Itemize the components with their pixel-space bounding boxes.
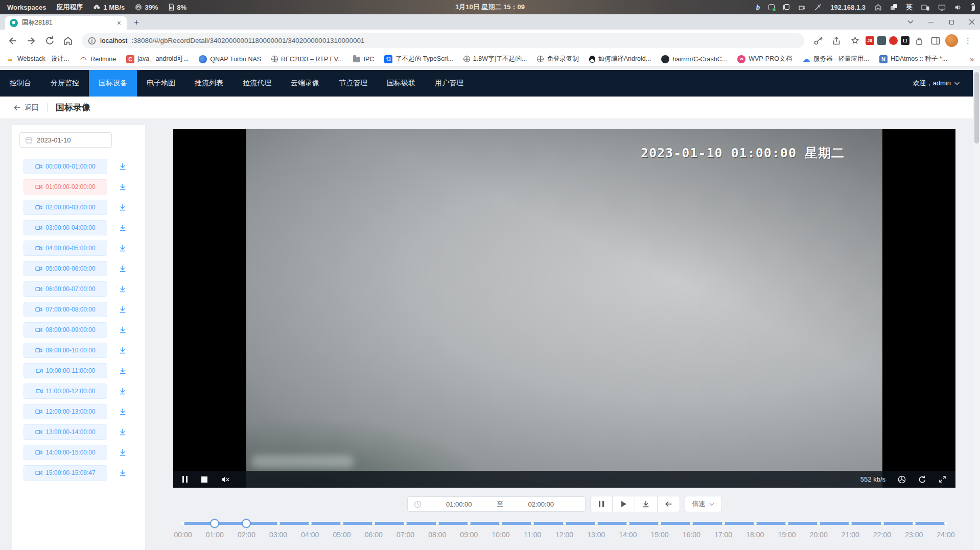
page-scrollbar[interactable]	[973, 70, 980, 550]
bookmark-item[interactable]: QNAP Turbo NAS	[199, 55, 261, 63]
nav-item[interactable]: 拉流代理	[233, 70, 281, 97]
browser-home-button[interactable]	[60, 33, 76, 49]
segment-button[interactable]: 05:00:00-06:00:00	[24, 261, 107, 276]
date-picker-input[interactable]: 2023-01-10	[19, 132, 112, 148]
segment-download-icon[interactable]	[119, 183, 127, 191]
reload-button[interactable]	[42, 33, 57, 49]
window-close-button[interactable]	[968, 18, 976, 26]
tab-search-chevron-icon[interactable]	[906, 18, 915, 26]
nav-item[interactable]: 推流列表	[185, 70, 233, 97]
back-link[interactable]: 返回	[13, 103, 39, 112]
color-picker-icon[interactable]	[814, 4, 822, 11]
extension-red-circle-badge[interactable]	[889, 36, 898, 45]
input-method-indicator[interactable]: 英	[906, 3, 913, 12]
segment-download-icon[interactable]	[119, 408, 127, 416]
bookmark-item[interactable]: 如何编译Android...	[589, 55, 651, 63]
segment-button[interactable]: 09:00:00-10:00:00	[24, 343, 107, 358]
browser-tab[interactable]: 国标28181 ×	[5, 16, 127, 30]
bookmark-item[interactable]: Redmine	[79, 55, 116, 63]
segment-download-icon[interactable]	[119, 469, 127, 477]
segment-button[interactable]: 06:00:00-07:00:00	[24, 281, 107, 297]
timeline-stop[interactable]	[277, 522, 280, 525]
segment-download-icon[interactable]	[119, 162, 127, 171]
window-minimize-button[interactable]	[927, 18, 935, 26]
segment-download-icon[interactable]	[119, 367, 127, 375]
browser-menu-kebab-icon[interactable]: ⋮	[961, 36, 975, 45]
segment-download-icon[interactable]	[119, 387, 127, 395]
timeline-stop[interactable]	[913, 522, 916, 525]
segment-download-icon[interactable]	[119, 224, 127, 232]
timeline-stop[interactable]	[722, 522, 725, 525]
timeline-stop[interactable]	[785, 522, 788, 525]
segment-button[interactable]: 15:00:00-15:09:47	[24, 465, 107, 481]
bookmark-item[interactable]: 了不起的 TypeScri...	[384, 55, 453, 63]
back-button[interactable]	[5, 33, 20, 49]
segment-download-icon[interactable]	[119, 285, 127, 293]
player-pause-icon[interactable]	[182, 476, 188, 483]
timeline-stop[interactable]	[658, 522, 661, 525]
workspaces-switcher-icon[interactable]	[891, 4, 897, 10]
segment-download-icon[interactable]	[119, 326, 127, 334]
bing-tray-icon[interactable]: b	[756, 3, 760, 12]
timeline-stop[interactable]	[817, 522, 820, 525]
timeline-stop[interactable]	[690, 522, 693, 525]
bookmark-item[interactable]: hairrrrr/C-CrashC...	[661, 55, 727, 63]
segment-button[interactable]: 10:00:00-11:00:00	[24, 363, 107, 378]
segment-download-icon[interactable]	[119, 428, 127, 436]
segment-button[interactable]: 11:00:00-12:00:00	[24, 384, 107, 399]
timeline-stop[interactable]	[563, 522, 566, 525]
clock[interactable]: 1月10日 星期二 15：09	[455, 3, 525, 12]
timeline-stop[interactable]	[181, 522, 184, 525]
clipboard-icon[interactable]	[783, 4, 789, 10]
nav-item[interactable]: 控制台	[0, 70, 41, 97]
nav-item[interactable]: 国标设备	[89, 70, 137, 97]
home-icon[interactable]	[874, 4, 882, 11]
timeline-stop[interactable]	[881, 522, 884, 525]
timeline-stop[interactable]	[754, 522, 757, 525]
bookmarks-overflow-icon[interactable]: »	[970, 55, 974, 63]
nav-item[interactable]: 用户管理	[425, 70, 473, 97]
pause-button[interactable]	[590, 496, 613, 512]
share-icon[interactable]	[829, 33, 844, 49]
applications-menu[interactable]: 应用程序	[56, 3, 83, 12]
battery-icon[interactable]	[971, 4, 975, 11]
network-speed-indicator[interactable]: 1 MB/s	[93, 4, 125, 11]
cpu-usage-indicator[interactable]: 39%	[135, 4, 158, 11]
segment-button[interactable]: 01:00:00-02:00:00	[24, 179, 107, 195]
password-key-icon[interactable]	[810, 33, 826, 49]
timeline-stop[interactable]	[595, 522, 598, 525]
bookmark-item[interactable]: IPC	[353, 56, 374, 63]
timeline-stop[interactable]	[499, 522, 502, 525]
user-menu[interactable]: 欢迎，admin	[913, 79, 973, 88]
download-button[interactable]	[635, 496, 658, 512]
segment-button[interactable]: 02:00:00-03:00:00	[24, 200, 107, 215]
display-icon[interactable]	[938, 4, 946, 11]
time-range-picker[interactable]: 01:00:00 至 02:00:00	[407, 496, 586, 512]
bookmark-item[interactable]: RFC2833 – RTP EV...	[271, 56, 343, 63]
segment-download-icon[interactable]	[119, 244, 127, 252]
end-time-input[interactable]: 02:00:00	[503, 500, 579, 508]
extension-badge[interactable]	[877, 36, 886, 45]
volume-icon[interactable]	[954, 4, 962, 11]
bookmark-item[interactable]: 1.8W字|了不起的...	[463, 55, 527, 63]
start-time-input[interactable]: 01:00:00	[422, 500, 497, 508]
segment-button[interactable]: 00:00:00-01:00:00	[24, 159, 107, 174]
extensions-puzzle-icon[interactable]	[913, 33, 926, 49]
timeline-stop[interactable]	[340, 522, 343, 525]
bookmark-item[interactable]: HDAtmos :: 种子 *...	[879, 55, 947, 63]
window-restore-button[interactable]	[947, 18, 955, 26]
ip-address-indicator[interactable]: 192.168.1.3	[830, 4, 866, 11]
extension-js-badge[interactable]: JS	[866, 36, 874, 45]
bookmark-item[interactable]: Webstack - 设计...	[6, 55, 69, 63]
timeline-stop[interactable]	[944, 522, 947, 525]
segment-button[interactable]: 08:00:00-09:00:00	[24, 322, 107, 338]
site-info-icon[interactable]	[88, 37, 96, 45]
memory-usage-indicator[interactable]: 8%	[168, 4, 186, 11]
forward-button[interactable]	[24, 33, 39, 49]
timeline-stop[interactable]	[849, 522, 852, 525]
player-mute-icon[interactable]	[221, 476, 230, 483]
nav-item[interactable]: 国标级联	[377, 70, 425, 97]
nav-item[interactable]: 云端录像	[281, 70, 329, 97]
app-indicator-icon[interactable]	[768, 4, 775, 10]
segment-button[interactable]: 03:00:00-04:00:00	[24, 220, 107, 235]
